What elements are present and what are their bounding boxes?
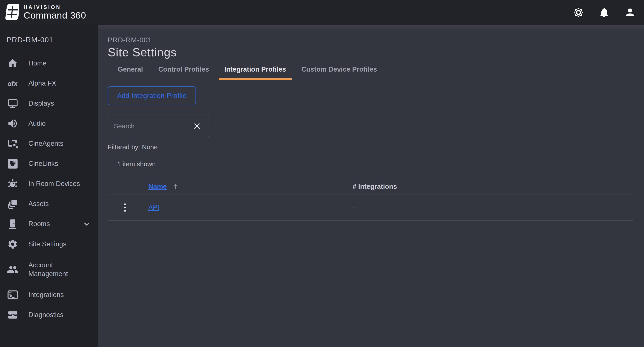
sidebar-item-diagnostics[interactable]: Diagnostics <box>0 305 98 325</box>
site-settings-gear-icon <box>6 238 19 250</box>
sidebar-item-site-settings[interactable]: Site Settings <box>0 234 98 254</box>
home-icon <box>6 57 19 69</box>
table-row: API - <box>108 194 633 221</box>
table-header-row: Name # Integrations <box>108 179 633 194</box>
sort-ascending-arrow-icon <box>172 183 179 191</box>
brand-product: Command 360 <box>24 10 86 20</box>
notifications-icon[interactable] <box>598 6 610 18</box>
top-bar: HAIVISION Command 360 <box>0 0 644 25</box>
alpha-fx-icon: αfx <box>6 77 19 89</box>
sidebar-item-label: Rooms <box>28 220 50 228</box>
sidebar-item-assets[interactable]: Assets <box>0 194 98 214</box>
sidebar-item-label: Displays <box>28 99 54 108</box>
sidebar: PRD-RM-001 Home αfx Alpha FX <box>0 25 98 347</box>
account-icon[interactable] <box>624 6 636 18</box>
sidebar-item-home[interactable]: Home <box>0 53 98 73</box>
settings-brightness-icon[interactable] <box>572 6 584 18</box>
search-input[interactable] <box>108 122 193 130</box>
row-menu-kebab-icon[interactable] <box>121 201 129 214</box>
integrations-count-cell: - <box>352 204 633 212</box>
sidebar-item-label: Diagnostics <box>28 311 63 319</box>
add-integration-profile-button[interactable]: Add Integration Profile <box>108 86 196 105</box>
tab-control-profiles[interactable]: Control Profiles <box>152 65 215 78</box>
integrations-terminal-icon <box>6 289 19 301</box>
sidebar-nav: Home αfx Alpha FX Displays <box>0 53 98 325</box>
profile-name-link[interactable]: API <box>148 204 159 211</box>
sidebar-item-cineagents[interactable]: CineAgents <box>0 134 98 154</box>
filter-status: Filtered by: None <box>108 143 644 151</box>
sidebar-item-rooms[interactable]: Rooms <box>0 214 98 234</box>
sidebar-item-displays[interactable]: Displays <box>0 93 98 113</box>
page-title: Site Settings <box>108 46 644 59</box>
assets-icon <box>6 198 19 210</box>
tab-general[interactable]: General <box>112 65 148 78</box>
sidebar-item-label: Assets <box>28 199 49 208</box>
sidebar-item-label: Account Management <box>28 261 88 279</box>
sidebar-item-label: Integrations <box>28 291 64 299</box>
sidebar-item-cinelinks[interactable]: CineLinks <box>0 154 98 174</box>
sidebar-item-label: CineLinks <box>28 159 58 168</box>
in-room-devices-icon <box>6 178 19 190</box>
rooms-icon <box>6 218 19 230</box>
tab-bar: General Control Profiles Integration Pro… <box>112 65 644 80</box>
sidebar-item-label: Alpha FX <box>28 79 56 88</box>
video-wall-logo-icon <box>5 4 19 21</box>
cineagents-icon <box>6 137 19 150</box>
sidebar-item-label: Site Settings <box>28 240 66 249</box>
sidebar-item-alpha-fx[interactable]: αfx Alpha FX <box>0 73 98 93</box>
tab-custom-device-profiles[interactable]: Custom Device Profiles <box>296 65 382 78</box>
topbar-actions <box>572 6 636 18</box>
cinelinks-icon <box>6 158 19 170</box>
chevron-down-icon <box>82 220 91 228</box>
haivision-logo[interactable]: HAIVISION Command 360 <box>5 4 86 21</box>
sidebar-item-label: CineAgents <box>28 139 63 148</box>
sidebar-item-label: Audio <box>28 119 46 128</box>
brand-name: HAIVISION <box>24 4 86 10</box>
sidebar-item-integrations[interactable]: Integrations <box>0 285 98 305</box>
integrations-column-header: # Integrations <box>352 183 633 191</box>
sidebar-item-label: Home <box>28 59 46 68</box>
breadcrumb: PRD-RM-001 <box>108 36 644 44</box>
integration-profiles-table: Name # Integrations API - <box>108 179 633 221</box>
display-icon <box>6 97 19 110</box>
sidebar-item-account-management[interactable]: Account Management <box>0 254 98 285</box>
search-box <box>108 115 209 137</box>
sidebar-site-label: PRD-RM-001 <box>6 35 53 44</box>
main-content: PRD-RM-001 Site Settings General Control… <box>98 25 644 347</box>
account-management-icon <box>6 263 19 276</box>
audio-icon <box>6 117 19 130</box>
close-icon[interactable] <box>193 122 201 130</box>
sidebar-item-label: In Room Devices <box>28 179 80 188</box>
name-column-sort-link[interactable]: Name <box>148 183 167 191</box>
sidebar-item-in-room-devices[interactable]: In Room Devices <box>0 174 98 194</box>
diagnostics-pulse-icon <box>6 309 19 321</box>
items-shown-count: 1 item shown <box>117 160 644 168</box>
sidebar-item-audio[interactable]: Audio <box>0 113 98 134</box>
tab-integration-profiles[interactable]: Integration Profiles <box>219 65 292 80</box>
